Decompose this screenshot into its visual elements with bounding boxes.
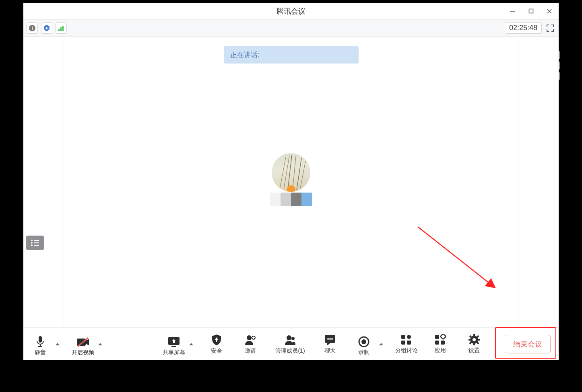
mute-label: 静音 — [35, 349, 46, 356]
svg-rect-44 — [401, 341, 405, 345]
maximize-button[interactable] — [522, 3, 540, 19]
video-area: 正在讲话: — [64, 37, 518, 327]
security-status-button[interactable] — [41, 23, 52, 34]
svg-rect-9 — [60, 27, 62, 31]
svg-point-31 — [247, 335, 252, 340]
svg-line-16 — [300, 161, 305, 190]
chat-button[interactable]: 聊天 — [318, 334, 342, 354]
info-icon: i — [29, 25, 36, 32]
svg-line-14 — [293, 156, 296, 190]
end-meeting-button[interactable]: 结束会议 — [505, 335, 551, 353]
svg-point-17 — [31, 240, 33, 241]
window-title: 腾讯会议 — [277, 6, 305, 16]
invite-icon — [244, 334, 256, 346]
mute-button[interactable]: 静音 — [28, 335, 52, 356]
svg-point-38 — [327, 338, 329, 340]
participant-list-toggle[interactable] — [26, 236, 44, 250]
svg-text:i: i — [31, 25, 33, 31]
svg-rect-48 — [435, 341, 439, 345]
app-window: 腾讯会议 i 02:25:48 — [22, 2, 560, 361]
video-options-caret[interactable] — [97, 332, 104, 356]
minimize-icon — [510, 8, 515, 14]
svg-rect-56 — [477, 339, 480, 341]
svg-rect-54 — [473, 343, 475, 345]
svg-rect-45 — [407, 341, 411, 345]
svg-rect-47 — [435, 335, 439, 339]
close-button[interactable] — [540, 3, 559, 19]
apps-button[interactable]: 应用 — [428, 334, 452, 354]
svg-rect-55 — [468, 339, 471, 341]
status-bar: i 02:25:48 — [23, 20, 559, 37]
record-group: 录制 — [352, 332, 385, 356]
share-group: 共享屏幕 — [162, 332, 195, 356]
maximize-icon — [528, 8, 534, 14]
minimize-button[interactable] — [503, 3, 522, 19]
list-icon — [30, 239, 40, 247]
settings-button[interactable]: 设置 — [462, 334, 486, 354]
speaking-banner: 正在讲话: — [224, 46, 359, 64]
share-options-caret[interactable] — [188, 332, 195, 356]
svg-rect-50 — [440, 334, 446, 339]
members-label: 管理成员(1) — [275, 347, 305, 355]
breakout-button[interactable]: 分组讨论 — [394, 334, 419, 354]
security-label: 安全 — [211, 347, 222, 355]
chat-label: 聊天 — [324, 347, 336, 354]
chevron-up-icon — [379, 343, 383, 345]
fullscreen-button[interactable] — [545, 23, 555, 33]
settings-label: 设置 — [468, 347, 480, 354]
info-button[interactable]: i — [27, 23, 38, 34]
svg-point-35 — [287, 335, 291, 340]
svg-point-52 — [473, 338, 476, 341]
apps-icon — [434, 334, 446, 345]
mute-options-caret[interactable] — [54, 332, 61, 356]
share-screen-button[interactable]: 共享屏幕 — [162, 336, 186, 356]
share-screen-icon — [167, 336, 180, 347]
window-controls — [503, 3, 559, 19]
share-label: 共享屏幕 — [163, 349, 185, 356]
invite-button[interactable]: 邀请 — [238, 334, 262, 355]
svg-rect-49 — [441, 341, 445, 345]
record-icon — [358, 336, 369, 347]
video-label: 开启视频 — [72, 349, 94, 356]
svg-rect-43 — [401, 335, 405, 339]
network-status-button[interactable] — [56, 23, 67, 34]
meeting-timer: 02:25:48 — [505, 22, 542, 34]
signal-icon — [58, 25, 65, 32]
status-right: 02:25:48 — [505, 22, 555, 34]
svg-point-21 — [31, 244, 33, 246]
security-button[interactable]: 安全 — [204, 334, 229, 355]
svg-point-39 — [329, 338, 331, 340]
record-label: 录制 — [358, 349, 369, 356]
svg-line-11 — [280, 157, 286, 189]
status-left: i — [27, 23, 67, 34]
svg-rect-8 — [58, 29, 60, 31]
participant-avatar — [272, 153, 310, 192]
shield-icon — [43, 25, 50, 32]
members-button[interactable]: 管理成员(1) — [272, 334, 308, 355]
svg-rect-1 — [529, 9, 533, 13]
video-button[interactable]: 开启视频 — [71, 337, 95, 356]
svg-point-36 — [291, 337, 295, 340]
svg-point-40 — [331, 338, 333, 340]
chevron-up-icon — [189, 343, 193, 345]
microphone-icon — [35, 335, 46, 347]
svg-rect-24 — [39, 336, 42, 343]
chat-icon — [324, 334, 336, 345]
chevron-up-icon — [56, 343, 60, 345]
record-options-caret[interactable] — [378, 332, 385, 356]
video-group: 开启视频 — [71, 332, 104, 356]
participant-avatar-block — [270, 153, 312, 206]
svg-rect-10 — [62, 26, 64, 31]
svg-point-46 — [407, 335, 411, 339]
svg-rect-27 — [77, 339, 86, 346]
gear-icon — [468, 334, 480, 345]
apps-label: 应用 — [435, 347, 446, 354]
svg-rect-53 — [473, 334, 475, 337]
members-icon — [284, 334, 296, 346]
participant-name-redacted — [270, 193, 312, 206]
avatar-image — [272, 153, 310, 192]
bottom-toolbar: 静音 开启视频 共享屏幕 安全 邀请 — [23, 327, 559, 360]
record-button[interactable]: 录制 — [352, 336, 376, 356]
audio-group: 静音 — [28, 332, 61, 356]
invite-label: 邀请 — [245, 347, 256, 355]
